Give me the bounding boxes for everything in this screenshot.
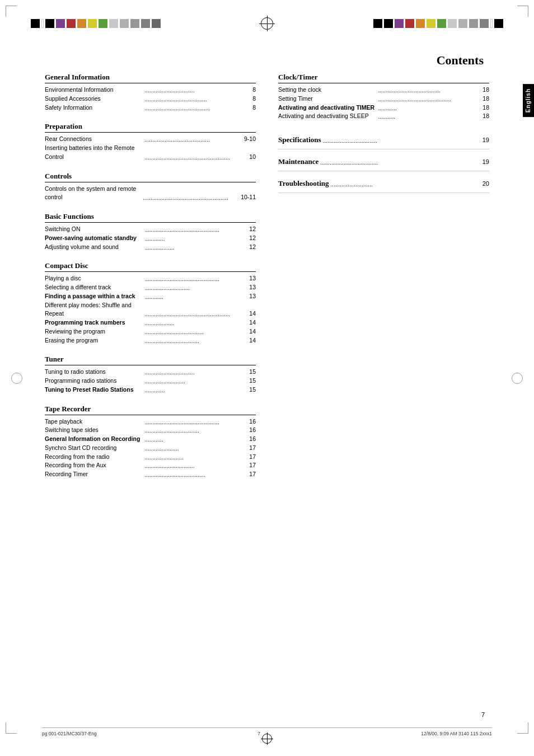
toc-entry-power-saving: Power-saving automatic standby .........… [45, 234, 256, 243]
section-tape-recorder: Tape Recorder Tape playback ............… [45, 405, 256, 479]
color-block [427, 19, 435, 28]
section-title-preparation: Preparation [45, 122, 256, 133]
toc-entry-tape-playback: Tape playback ..........................… [45, 417, 256, 426]
section-title-basic-functions: Basic Functions [45, 212, 256, 223]
corner-mark-tr [517, 6, 528, 17]
color-block [384, 19, 393, 28]
bottom-right-text: 12/8/00, 9:09 AM 3140 115 2xxx1 [421, 731, 492, 736]
toc-entry-tuning-preset: Tuning to Preset Radio Stations ........… [45, 386, 256, 395]
english-tab: English [523, 84, 534, 117]
color-block [437, 19, 446, 28]
section-compact-disc: Compact Disc Playing a disc ............… [45, 261, 256, 345]
section-basic-functions: Basic Functions Switching ON ...........… [45, 212, 256, 251]
corner-mark-tl [6, 6, 17, 17]
section-tuner: Tuner Tuning to radio stations .........… [45, 355, 256, 394]
color-block [469, 19, 478, 28]
toc-entry-recording-aux: Recording from the Aux .................… [45, 461, 256, 470]
section-clock-timer: Clock/Timer Setting the clock ..........… [278, 73, 489, 121]
toc-entry-setting-timer: Setting Timer ..........................… [278, 95, 489, 104]
standalone-page-maintenance: 19 [483, 158, 489, 165]
toc-entry-switching-on: Switching ON ...........................… [45, 225, 256, 234]
color-block [405, 19, 414, 28]
color-block [448, 19, 457, 28]
color-block [490, 19, 493, 28]
standalone-maintenance: Maintenance ............................… [278, 153, 489, 171]
color-block [480, 19, 489, 28]
toc-entry-recording-radio: Recording from the radio ...............… [45, 453, 256, 462]
section-preparation: Preparation Rear Connections ...........… [45, 122, 256, 161]
toc-entry-tuning-stations: Tuning to radio stations ...............… [45, 368, 256, 377]
color-block [109, 19, 118, 28]
section-title-tuner: Tuner [45, 355, 256, 365]
toc-entry-safety: Safety Information .....................… [45, 104, 256, 112]
corner-mark-br [517, 722, 528, 734]
reg-mark-right [512, 373, 523, 384]
color-block [395, 19, 404, 28]
color-block [41, 19, 44, 28]
color-block [99, 19, 107, 28]
page-number: 7 [481, 711, 485, 718]
toc-entry-controls-system: Controls on the system and remote [45, 185, 256, 194]
section-title-general-information: General Information [45, 73, 256, 83]
standalone-specifications: Specifications .........................… [278, 131, 489, 149]
color-block [88, 19, 97, 28]
section-general-information: General Information Environmental Inform… [45, 73, 256, 112]
standalone-troubleshooting: Troubleshooting ........................… [278, 175, 489, 193]
color-block [31, 19, 40, 28]
section-title-tape-recorder: Tape Recorder [45, 405, 256, 415]
standalone-page-troubleshooting: 20 [483, 180, 489, 187]
toc-entry-erasing: Erasing the program ....................… [45, 336, 256, 345]
page-title: Contents [437, 53, 484, 68]
toc-entry-controls-remote: control ................................… [45, 193, 256, 202]
toc-entry-synchro: Synchro Start CD recording .............… [45, 444, 256, 453]
standalone-title-maintenance: Maintenance [278, 157, 318, 166]
color-block [45, 19, 54, 28]
section-title-controls: Controls [45, 172, 256, 182]
toc-entry-recording-timer: Recording Timer ........................… [45, 470, 256, 479]
toc-entry-repeat: Repeat .................................… [45, 309, 256, 318]
toc-entry-batteries: Inserting batteries into the Remote [45, 144, 256, 153]
toc-entry-different-modes: Different play modes: Shuffle and [45, 301, 256, 310]
color-block [416, 19, 425, 28]
standalone-title-specifications: Specifications [278, 135, 321, 144]
color-block [130, 19, 139, 28]
reg-mark-left [11, 373, 22, 384]
toc-entry-selecting-track: Selecting a different track ............… [45, 283, 256, 292]
corner-mark-bl [6, 722, 17, 734]
toc-entry-setting-clock: Setting the clock ......................… [278, 86, 489, 95]
two-column-layout: General Information Environmental Inform… [45, 73, 489, 489]
color-block [141, 19, 150, 28]
toc-entry-activating-timer: Activating and deactivating TIMER ......… [278, 104, 489, 112]
toc-entry-rear-connections: Rear Connections .......................… [45, 135, 256, 144]
color-block [120, 19, 129, 28]
section-title-compact-disc: Compact Disc [45, 261, 256, 272]
toc-entry-tape-sides: Switching tape sides ...................… [45, 426, 256, 435]
color-block [458, 19, 467, 28]
color-block [494, 19, 503, 28]
bottom-left-text: pg 001-021/MC30/37-Eng [42, 731, 97, 736]
center-crosshair [259, 16, 275, 31]
bottom-center-text: 7 [257, 731, 260, 736]
color-block [56, 19, 65, 28]
toc-entry-programming-track: Programming track numbers ..............… [45, 318, 256, 327]
toc-entry-playing-disc: Playing a disc .........................… [45, 274, 256, 283]
right-column: Clock/Timer Setting the clock ..........… [278, 73, 489, 489]
color-block [77, 19, 86, 28]
standalone-title-troubleshooting: Troubleshooting [278, 179, 329, 188]
toc-entry-environmental: Environmental Information ..............… [45, 86, 256, 95]
section-controls: Controls Controls on the system and remo… [45, 172, 256, 203]
toc-entry-reviewing: Reviewing the program ..................… [45, 327, 256, 336]
toc-entry-supplied-accessories: Supplied Accessories ...................… [45, 95, 256, 104]
toc-entry-activating-sleep: Activating and deactivating SLEEP ......… [278, 112, 489, 121]
color-block [152, 19, 161, 28]
toc-entry-programming-radio: Programming radio stations .............… [45, 377, 256, 386]
toc-entry-volume: Adjusting volume and sound .............… [45, 243, 256, 252]
standalone-page-specifications: 19 [483, 137, 489, 143]
color-block [373, 19, 382, 28]
toc-entry-control: Control ................................… [45, 153, 256, 162]
bottom-crosshair [261, 732, 273, 745]
toc-entry-general-recording: General Information on Recording .......… [45, 435, 256, 444]
section-title-clock-timer: Clock/Timer [278, 73, 489, 83]
left-column: General Information Environmental Inform… [45, 73, 256, 489]
toc-entry-finding-passage: Finding a passage within a track .......… [45, 292, 256, 301]
